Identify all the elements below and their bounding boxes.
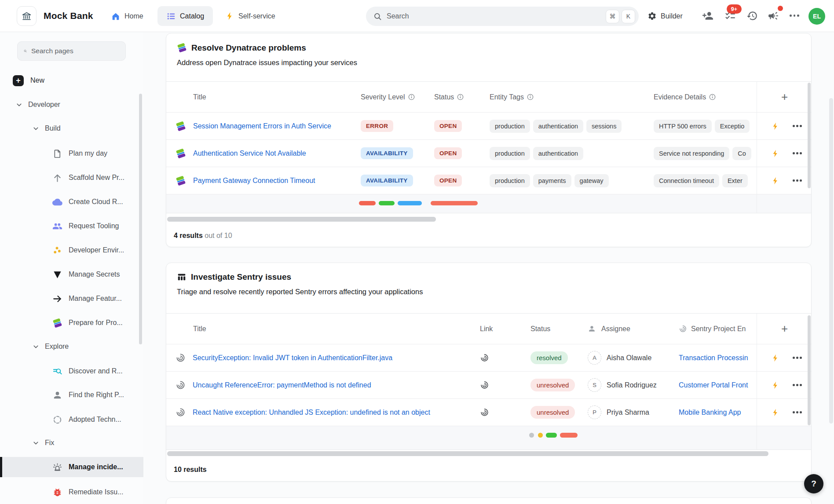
col-status[interactable]: Status — [530, 325, 550, 333]
nav-catalog[interactable]: Catalog — [157, 6, 213, 26]
vertical-scrollbar[interactable] — [808, 315, 811, 425]
sidebar-group-build[interactable]: Build — [0, 119, 143, 138]
col-link[interactable]: Link — [480, 325, 493, 333]
run-action-icon[interactable] — [771, 408, 780, 417]
dynatrace-icon — [176, 121, 186, 131]
sentry-widget-card: Investigate Sentry issues Triage and res… — [166, 263, 812, 482]
user-avatar[interactable]: EL — [808, 8, 825, 25]
sidebar-item-plan-my-day[interactable]: Plan my day — [0, 144, 143, 163]
vault-icon — [52, 270, 62, 280]
row-title-link[interactable]: Authentication Service Not Available — [193, 150, 306, 157]
page-scrollbar[interactable] — [829, 98, 833, 424]
k-keycap: K — [622, 10, 635, 23]
col-severity[interactable]: Severity Level — [361, 93, 405, 101]
search-input[interactable] — [387, 12, 604, 20]
run-action-icon[interactable] — [771, 176, 780, 185]
card-footer: 4 results out of 10 — [166, 213, 811, 247]
assignee-name: Aisha Olawale — [607, 354, 651, 362]
run-action-icon[interactable] — [771, 354, 780, 362]
row-menu-icon[interactable] — [793, 411, 802, 413]
builder-button[interactable]: Builder — [647, 0, 683, 32]
brand-name: Mock Bank — [44, 11, 93, 21]
sidebar-group-explore[interactable]: Explore — [0, 337, 143, 356]
row-title-link[interactable]: Session Management Errors in Auth Servic… — [193, 122, 331, 130]
project-link[interactable]: Customer Portal Front — [679, 381, 748, 389]
sidebar-item-adopted-tech[interactable]: Adopted Techn... — [0, 410, 143, 429]
more-options-icon[interactable] — [790, 15, 801, 26]
add-column-button[interactable]: + — [781, 90, 788, 104]
row-title-link[interactable]: SecurityException: Invalid JWT token in … — [193, 354, 392, 362]
entity-tag: authentication — [533, 147, 583, 160]
info-icon[interactable] — [709, 94, 716, 100]
info-icon[interactable] — [408, 94, 415, 100]
col-sentry-project[interactable]: Sentry Project En — [691, 325, 746, 333]
project-link[interactable]: Transaction Processin — [679, 354, 748, 362]
entity-tag: production — [490, 147, 530, 160]
dynatrace-icon — [177, 43, 187, 53]
results-count: 4 results out of 10 — [174, 232, 232, 240]
horizontal-scrollbar[interactable] — [167, 217, 436, 222]
history-icon[interactable] — [746, 10, 758, 22]
vertical-scrollbar[interactable] — [808, 83, 811, 188]
sidebar-group-fix[interactable]: Fix — [0, 433, 143, 453]
sidebar-item-prepare-for-pro[interactable]: Prepare for Pro... — [0, 313, 143, 332]
person-add-icon[interactable] — [702, 10, 713, 22]
sidebar-item-manage-secrets[interactable]: Manage Secrets — [0, 265, 143, 284]
sidebar-new-button[interactable]: + New — [0, 71, 143, 90]
col-status[interactable]: Status — [434, 93, 454, 101]
run-action-icon[interactable] — [771, 381, 780, 390]
megaphone-icon[interactable] — [768, 10, 779, 22]
info-icon[interactable] — [457, 94, 464, 100]
add-column-button[interactable]: + — [781, 322, 788, 336]
help-button[interactable]: ? — [804, 474, 823, 493]
row-menu-icon[interactable] — [793, 384, 802, 386]
row-menu-icon[interactable] — [793, 152, 802, 154]
clipped-pill — [379, 201, 395, 205]
sidebar-item-manage-incidents[interactable]: Manage incide... — [0, 457, 143, 477]
sidebar-search[interactable] — [17, 41, 126, 61]
nav-self-service[interactable]: Self-service — [225, 0, 275, 32]
arrow-right-icon — [52, 294, 62, 304]
catalog-list-icon — [166, 11, 176, 21]
sidebar-group-developer[interactable]: Developer — [0, 95, 143, 114]
chevron-down-icon — [33, 440, 39, 446]
col-entity-tags[interactable]: Entity Tags — [490, 93, 524, 101]
row-title-link[interactable]: React Native exception: Unhandled JS Exc… — [193, 409, 430, 416]
nav-home[interactable]: Home — [111, 0, 143, 32]
row-menu-icon[interactable] — [793, 179, 802, 182]
clipped-pill — [431, 201, 478, 205]
col-title[interactable]: Title — [193, 325, 206, 333]
sidebar-item-remediate-issues[interactable]: Remediate Issu... — [0, 482, 143, 502]
col-evidence[interactable]: Evidence Details — [654, 93, 706, 101]
entity-tag: payments — [533, 174, 571, 187]
row-title-link[interactable]: Uncaught ReferenceError: paymentMethod i… — [193, 381, 371, 389]
row-title-link[interactable]: Payment Gateway Connection Timeout — [193, 177, 315, 185]
row-menu-icon[interactable] — [793, 125, 802, 127]
horizontal-scrollbar[interactable] — [167, 451, 768, 456]
clipped-pill — [398, 201, 422, 205]
sidebar-item-manage-features[interactable]: Manage Featur... — [0, 289, 143, 308]
col-title[interactable]: Title — [193, 93, 206, 101]
run-action-icon[interactable] — [771, 149, 780, 158]
table-header-row: Title Severity Level Status Entity Tags … — [166, 82, 811, 113]
project-link[interactable]: Mobile Banking App — [679, 409, 741, 416]
sidebar-item-create-cloud[interactable]: Create Cloud R... — [0, 192, 143, 212]
sidebar-scrollbar[interactable] — [139, 94, 142, 344]
info-icon[interactable] — [527, 94, 534, 100]
sidebar-search-input[interactable] — [31, 47, 119, 55]
sidebar-item-scaffold-new[interactable]: Scaffold New Pr... — [0, 168, 143, 187]
sentry-link-icon[interactable] — [480, 353, 489, 362]
col-assignee[interactable]: Assignee — [601, 325, 630, 333]
sidebar-item-request-tooling[interactable]: Request Tooling — [0, 216, 143, 236]
run-action-icon[interactable] — [771, 122, 780, 131]
card-header: Resolve Dynatrace problems Address open … — [166, 33, 811, 82]
row-menu-icon[interactable] — [793, 357, 802, 359]
sidebar-item-find-right-person[interactable]: Find the Right P... — [0, 385, 143, 405]
sentry-link-icon[interactable] — [480, 380, 489, 390]
app-logo[interactable] — [17, 6, 37, 26]
sidebar-item-discover[interactable]: Discover and R... — [0, 362, 143, 381]
global-search[interactable]: ⌘ K — [366, 7, 639, 26]
sentry-link-icon[interactable] — [480, 408, 489, 417]
sidebar-item-developer-envir[interactable]: Developer Envir... — [0, 241, 143, 260]
search-icon — [24, 47, 27, 55]
